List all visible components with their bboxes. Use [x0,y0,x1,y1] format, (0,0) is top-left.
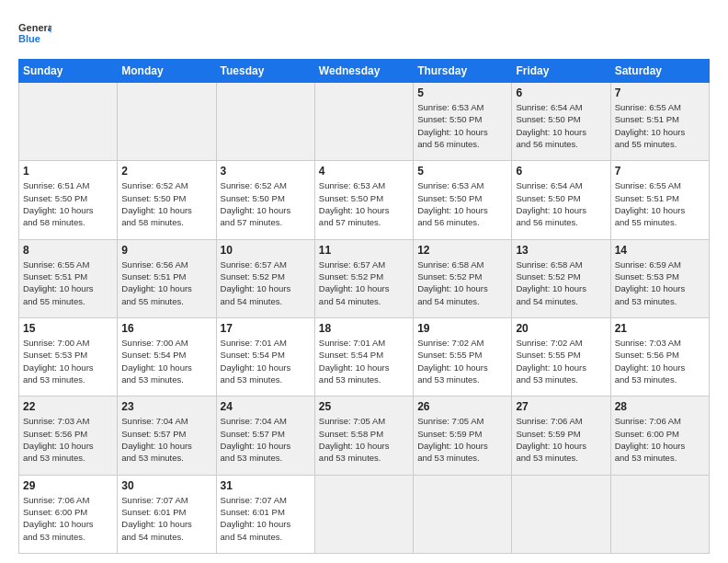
calendar-cell [512,475,610,553]
day-info: Sunrise: 7:07 AMSunset: 6:01 PMDaylight:… [221,494,311,543]
calendar-cell: 24Sunrise: 7:04 AMSunset: 5:57 PMDayligh… [216,396,314,475]
calendar-cell: 10Sunrise: 6:57 AMSunset: 5:52 PMDayligh… [216,239,314,317]
calendar-cell: 5Sunrise: 6:53 AMSunset: 5:50 PMDaylight… [414,161,512,239]
logo: General Blue [18,17,51,50]
day-info: Sunrise: 6:55 AMSunset: 5:51 PMDaylight:… [615,179,705,228]
day-info: Sunrise: 7:07 AMSunset: 6:01 PMDaylight:… [121,494,211,543]
day-info: Sunrise: 6:58 AMSunset: 5:52 PMDaylight:… [516,259,606,307]
calendar-cell: 15Sunrise: 7:00 AMSunset: 5:53 PMDayligh… [19,317,118,396]
day-number: 1 [23,165,113,178]
day-info: Sunrise: 7:02 AMSunset: 5:55 PMDaylight:… [516,337,606,385]
day-number: 5 [417,86,507,99]
calendar-cell [314,475,413,553]
day-info: Sunrise: 7:01 AMSunset: 5:54 PMDaylight:… [319,337,409,385]
calendar-cell [414,475,512,553]
calendar-cell: 11Sunrise: 6:57 AMSunset: 5:52 PMDayligh… [314,239,413,317]
day-number: 3 [221,165,311,178]
day-number: 27 [516,400,606,413]
day-info: Sunrise: 7:06 AMSunset: 5:59 PMDaylight:… [516,415,606,464]
day-number: 31 [221,479,311,492]
day-number: 12 [417,244,507,257]
day-info: Sunrise: 6:55 AMSunset: 5:51 PMDaylight:… [23,259,113,307]
day-info: Sunrise: 6:57 AMSunset: 5:52 PMDaylight:… [319,259,409,307]
calendar-cell: 30Sunrise: 7:07 AMSunset: 6:01 PMDayligh… [118,475,216,553]
calendar-cell: 17Sunrise: 7:01 AMSunset: 5:54 PMDayligh… [216,317,314,396]
calendar-cell: 19Sunrise: 7:02 AMSunset: 5:55 PMDayligh… [414,317,512,396]
day-number: 10 [221,244,311,257]
day-number: 20 [516,322,606,335]
day-info: Sunrise: 7:04 AMSunset: 5:57 PMDaylight:… [121,415,211,464]
day-info: Sunrise: 6:58 AMSunset: 5:52 PMDaylight:… [417,259,507,307]
calendar-cell: 20Sunrise: 7:02 AMSunset: 5:55 PMDayligh… [512,317,610,396]
day-info: Sunrise: 6:51 AMSunset: 5:50 PMDaylight:… [23,179,113,228]
day-info: Sunrise: 7:00 AMSunset: 5:54 PMDaylight:… [121,337,211,385]
calendar-cell: 6Sunrise: 6:54 AMSunset: 5:50 PMDaylight… [512,83,610,161]
day-info: Sunrise: 7:06 AMSunset: 6:00 PMDaylight:… [615,415,705,464]
calendar-cell [19,83,118,161]
day-info: Sunrise: 6:54 AMSunset: 5:50 PMDaylight:… [516,101,606,150]
calendar-cell: 5Sunrise: 6:53 AMSunset: 5:50 PMDaylight… [414,83,512,161]
day-info: Sunrise: 6:57 AMSunset: 5:52 PMDaylight:… [221,259,311,307]
day-number: 7 [615,165,705,178]
col-header-friday: Friday [512,60,610,83]
calendar-cell: 21Sunrise: 7:03 AMSunset: 5:56 PMDayligh… [610,317,709,396]
calendar-cell: 18Sunrise: 7:01 AMSunset: 5:54 PMDayligh… [314,317,413,396]
day-number: 5 [417,165,507,178]
calendar-cell: 9Sunrise: 6:56 AMSunset: 5:51 PMDaylight… [118,239,216,317]
day-number: 4 [319,165,409,178]
calendar-cell: 23Sunrise: 7:04 AMSunset: 5:57 PMDayligh… [118,396,216,475]
calendar-cell: 6Sunrise: 6:54 AMSunset: 5:50 PMDaylight… [512,161,610,239]
calendar-cell: 4Sunrise: 6:53 AMSunset: 5:50 PMDaylight… [314,161,413,239]
day-number: 7 [615,86,705,99]
day-info: Sunrise: 7:01 AMSunset: 5:54 PMDaylight:… [221,337,311,385]
calendar-cell: 28Sunrise: 7:06 AMSunset: 6:00 PMDayligh… [610,396,709,475]
day-info: Sunrise: 7:03 AMSunset: 5:56 PMDaylight:… [615,337,705,385]
day-info: Sunrise: 7:03 AMSunset: 5:56 PMDaylight:… [23,415,113,464]
svg-text:General: General [18,22,51,33]
day-number: 24 [221,400,311,413]
calendar-cell: 8Sunrise: 6:55 AMSunset: 5:51 PMDaylight… [19,239,118,317]
day-number: 17 [221,322,311,335]
day-number: 11 [319,244,409,257]
col-header-thursday: Thursday [414,60,512,83]
day-number: 16 [121,322,211,335]
col-header-wednesday: Wednesday [314,60,413,83]
calendar-cell [610,475,709,553]
day-info: Sunrise: 7:06 AMSunset: 6:00 PMDaylight:… [23,494,113,543]
day-info: Sunrise: 7:02 AMSunset: 5:55 PMDaylight:… [417,337,507,385]
calendar-cell: 3Sunrise: 6:52 AMSunset: 5:50 PMDaylight… [216,161,314,239]
day-number: 22 [23,400,113,413]
col-header-monday: Monday [118,60,216,83]
logo-bird-icon: General Blue [18,17,51,50]
day-info: Sunrise: 6:52 AMSunset: 5:50 PMDaylight:… [221,179,311,228]
day-number: 26 [417,400,507,413]
day-info: Sunrise: 6:53 AMSunset: 5:50 PMDaylight:… [319,179,409,228]
calendar-cell: 2Sunrise: 6:52 AMSunset: 5:50 PMDaylight… [118,161,216,239]
calendar-cell: 22Sunrise: 7:03 AMSunset: 5:56 PMDayligh… [19,396,118,475]
day-number: 2 [121,165,211,178]
day-info: Sunrise: 6:52 AMSunset: 5:50 PMDaylight:… [121,179,211,228]
day-number: 29 [23,479,113,492]
day-number: 6 [516,165,606,178]
col-header-tuesday: Tuesday [216,60,314,83]
calendar-cell [118,83,216,161]
calendar-cell: 26Sunrise: 7:05 AMSunset: 5:59 PMDayligh… [414,396,512,475]
calendar-cell: 12Sunrise: 6:58 AMSunset: 5:52 PMDayligh… [414,239,512,317]
day-info: Sunrise: 6:53 AMSunset: 5:50 PMDaylight:… [417,179,507,228]
calendar-cell [216,83,314,161]
day-info: Sunrise: 6:59 AMSunset: 5:53 PMDaylight:… [615,259,705,307]
calendar-cell: 16Sunrise: 7:00 AMSunset: 5:54 PMDayligh… [118,317,216,396]
day-number: 8 [23,244,113,257]
calendar-cell: 7Sunrise: 6:55 AMSunset: 5:51 PMDaylight… [610,83,709,161]
day-number: 15 [23,322,113,335]
header: General Blue [18,17,710,50]
day-info: Sunrise: 6:53 AMSunset: 5:50 PMDaylight:… [417,101,507,150]
day-number: 14 [615,244,705,257]
day-number: 28 [615,400,705,413]
day-number: 6 [516,86,606,99]
calendar-cell: 25Sunrise: 7:05 AMSunset: 5:58 PMDayligh… [314,396,413,475]
calendar-cell: 31Sunrise: 7:07 AMSunset: 6:01 PMDayligh… [216,475,314,553]
svg-text:Blue: Blue [18,33,40,44]
col-header-sunday: Sunday [19,60,118,83]
day-number: 21 [615,322,705,335]
